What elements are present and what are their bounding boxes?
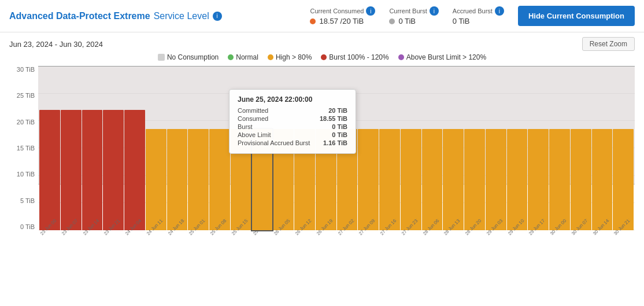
chart-area: 30 TiB 25 TiB 20 TiB 15 TiB 10 TiB 5 TiB…	[9, 66, 635, 245]
accrued-burst-info-icon[interactable]: i	[495, 6, 504, 16]
legend-no-consumption: No Consumption	[158, 53, 219, 61]
legend-normal-label: Normal	[236, 53, 258, 61]
legend-normal: Normal	[228, 53, 258, 61]
page-title-main: Advanced Data-Protect Extreme	[9, 11, 150, 21]
title-info-icon[interactable]: i	[213, 12, 222, 21]
y-label-15: 15 TiB	[9, 145, 38, 152]
legend-burst-label: Burst 100% - 120%	[329, 53, 388, 61]
legend-above-burst: Above Burst Limit > 120%	[398, 53, 486, 61]
chart-inner: June 25, 2024 22:00:00 Committed 20 TiB …	[38, 66, 635, 245]
current-burst-label: Current Burst i	[389, 6, 438, 16]
x-labels: 23 Jun 00:0023 Jun 07:0023 Jun 14:0023 J…	[38, 233, 635, 245]
bar-2[interactable]	[82, 110, 103, 230]
legend-burst: Burst 100% - 120%	[321, 53, 388, 61]
bar-4[interactable]	[124, 110, 145, 230]
tooltip-burst-label: Burst	[238, 123, 253, 130]
page-header: Advanced Data-Protect Extreme Service Le…	[0, 0, 644, 32]
bar-6[interactable]	[167, 129, 188, 230]
bar-1[interactable]	[61, 110, 82, 230]
current-consumed-value: 18.57 /20 TiB	[310, 17, 364, 25]
tooltip-provisional-label: Provisional Accrued Burst	[238, 139, 310, 146]
bar-3[interactable]	[103, 110, 124, 230]
tooltip-consumed-label: Consumed	[238, 115, 268, 122]
bar-17[interactable]	[401, 129, 421, 230]
metrics-section: Current Consumed i 18.57 /20 TiB Current…	[310, 6, 635, 26]
legend-no-consumption-label: No Consumption	[167, 53, 219, 61]
bar-20[interactable]	[464, 129, 485, 230]
tooltip-committed-label: Committed	[238, 107, 268, 114]
hide-consumption-button[interactable]: Hide Current Consumption	[518, 6, 635, 26]
current-consumed-label: Current Consumed i	[310, 6, 375, 16]
page-title-sub: Service Level	[154, 11, 209, 21]
bar-18[interactable]	[422, 129, 443, 230]
date-range: Jun 23, 2024 - Jun 30, 2024	[9, 40, 103, 49]
accrued-burst-metric: Accrued Burst i 0 TiB	[453, 6, 504, 25]
y-label-30: 30 TiB	[9, 66, 38, 73]
tooltip-committed-value: 20 TiB	[328, 107, 347, 114]
y-label-5: 5 TiB	[9, 197, 38, 204]
legend-above-burst-label: Above Burst Limit > 120%	[406, 53, 486, 61]
bar-27[interactable]	[613, 129, 634, 230]
legend-above-burst-swatch	[398, 54, 404, 60]
tooltip-provisional-value: 1.16 TiB	[323, 139, 347, 146]
x-axis: 23 Jun 00:0023 Jun 07:0023 Jun 14:0023 J…	[38, 230, 635, 245]
current-consumed-dot	[310, 19, 316, 24]
legend-no-consumption-swatch	[158, 54, 165, 61]
tooltip-committed-row: Committed 20 TiB	[238, 107, 347, 114]
bar-5[interactable]	[146, 129, 166, 230]
accrued-burst-label: Accrued Burst i	[453, 6, 504, 16]
reset-zoom-button[interactable]: Reset Zoom	[582, 37, 635, 51]
chart-container: Jun 23, 2024 - Jun 30, 2024 Reset Zoom N…	[0, 32, 644, 248]
current-consumed-metric: Current Consumed i 18.57 /20 TiB	[310, 6, 375, 25]
tooltip-burst-row: Burst 0 TiB	[238, 123, 347, 130]
current-burst-dot	[389, 19, 395, 24]
bar-22[interactable]	[507, 129, 528, 230]
tooltip-burst-value: 0 TiB	[332, 123, 347, 130]
legend-high-label: High > 80%	[276, 53, 312, 61]
y-label-25: 25 TiB	[9, 92, 38, 99]
legend-burst-swatch	[321, 54, 327, 60]
y-label-0: 0 TiB	[9, 223, 38, 230]
bar-25[interactable]	[571, 129, 591, 230]
accrued-burst-value: 0 TiB	[453, 17, 470, 25]
bar-8[interactable]	[209, 129, 230, 230]
bar-19[interactable]	[443, 129, 464, 230]
current-burst-value: 0 TiB	[389, 17, 416, 25]
bar-0[interactable]	[39, 110, 60, 230]
chart-tooltip: June 25, 2024 22:00:00 Committed 20 TiB …	[229, 89, 356, 154]
bar-15[interactable]	[358, 129, 379, 230]
bar-16[interactable]	[379, 129, 400, 230]
current-burst-info-icon[interactable]: i	[430, 6, 439, 16]
chart-legend: No Consumption Normal High > 80% Burst 1…	[9, 53, 635, 61]
date-range-row: Jun 23, 2024 - Jun 30, 2024 Reset Zoom	[9, 37, 635, 51]
y-axis: 30 TiB 25 TiB 20 TiB 15 TiB 10 TiB 5 TiB…	[9, 66, 38, 245]
tooltip-consumed-row: Consumed 18.55 TiB	[238, 115, 347, 122]
y-label-20: 20 TiB	[9, 119, 38, 126]
current-consumed-info-icon[interactable]: i	[366, 6, 375, 16]
legend-high-swatch	[268, 54, 273, 60]
tooltip-title: June 25, 2024 22:00:00	[238, 95, 347, 104]
title-section: Advanced Data-Protect Extreme Service Le…	[9, 11, 222, 21]
tooltip-consumed-value: 18.55 TiB	[320, 115, 347, 122]
tooltip-above-limit-row: Above Limit 0 TiB	[238, 131, 347, 138]
tooltip-above-limit-value: 0 TiB	[332, 131, 347, 138]
bar-26[interactable]	[592, 129, 613, 230]
bar-7[interactable]	[188, 129, 209, 230]
legend-normal-swatch	[228, 54, 234, 60]
bar-23[interactable]	[528, 129, 549, 230]
bar-24[interactable]	[549, 129, 570, 230]
current-burst-metric: Current Burst i 0 TiB	[389, 6, 438, 25]
legend-high: High > 80%	[268, 53, 312, 61]
tooltip-provisional-row: Provisional Accrued Burst 1.16 TiB	[238, 139, 347, 146]
tooltip-above-limit-label: Above Limit	[238, 131, 271, 138]
bar-21[interactable]	[486, 129, 506, 230]
y-label-10: 10 TiB	[9, 171, 38, 178]
